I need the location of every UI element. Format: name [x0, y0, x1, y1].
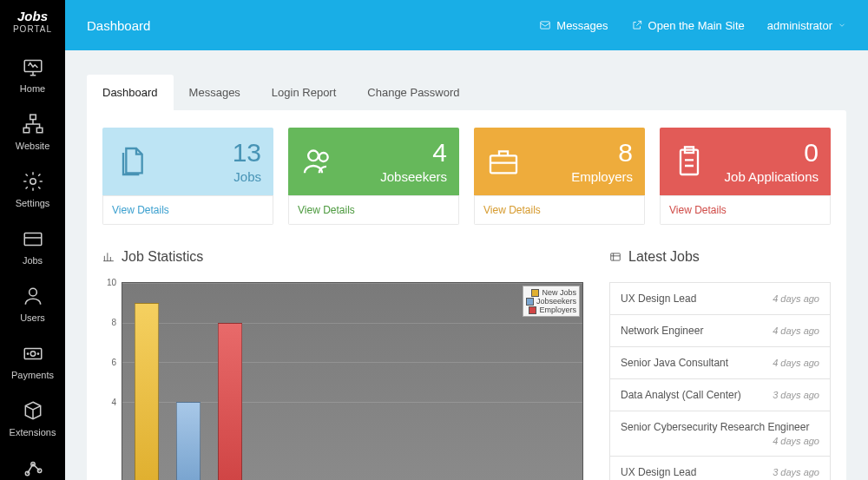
nav-payments[interactable]: Payments [0, 332, 65, 390]
briefcase-icon [486, 144, 521, 179]
svg-point-9 [27, 353, 28, 354]
svg-rect-20 [611, 253, 621, 260]
nav-more[interactable] [0, 447, 65, 479]
job-row[interactable]: Data Analyst (Call Center)3 days ago [609, 379, 831, 411]
user-icon [22, 285, 44, 307]
tab-messages[interactable]: Messages [174, 75, 256, 110]
tab-change-password[interactable]: Change Password [352, 75, 475, 110]
job-row[interactable]: UX Design Lead4 days ago [609, 282, 831, 315]
card-employers-details[interactable]: View Details [474, 195, 645, 225]
chart: 10864 New JobsJobseekersEmployers [102, 282, 583, 480]
card-jobs-details[interactable]: View Details [102, 195, 273, 225]
latest-jobs-section: Latest Jobs UX Design Lead4 days agoNetw… [609, 249, 831, 480]
stat-cards: 13Jobs View Details 4Jobseekers View Det… [102, 128, 831, 225]
svg-point-16 [319, 153, 328, 161]
job-row[interactable]: Senior Java Consultant4 days ago [609, 347, 831, 379]
svg-rect-1 [30, 115, 36, 119]
clipboard-icon [672, 144, 707, 179]
nav-users[interactable]: Users [0, 275, 65, 332]
card-applications: 0Job Applications View Details [660, 128, 831, 225]
chart-bar [218, 323, 242, 480]
svg-point-10 [37, 353, 38, 354]
svg-rect-3 [36, 128, 43, 132]
job-time: 3 days ago [773, 467, 819, 477]
nav-home[interactable]: Home [0, 46, 65, 103]
svg-point-15 [308, 151, 319, 161]
topbar-messages[interactable]: Messages [539, 19, 608, 32]
brand-subtitle: PORTAL [0, 24, 65, 34]
svg-point-4 [30, 179, 36, 185]
svg-point-6 [29, 288, 36, 296]
brand: Jobs PORTAL [0, 0, 65, 46]
external-icon [631, 19, 643, 31]
chart-bar [135, 303, 159, 480]
svg-rect-14 [541, 22, 550, 29]
monitor-icon [22, 56, 44, 78]
money-icon [22, 342, 44, 365]
nav-website[interactable]: Website [0, 103, 65, 161]
job-title: UX Design Lead [621, 293, 696, 305]
svg-rect-2 [23, 128, 30, 132]
page-title: Dashboard [87, 18, 150, 33]
tab-login-report[interactable]: Login Report [256, 75, 352, 110]
job-time: 3 days ago [773, 390, 819, 400]
chart-bar [176, 402, 201, 480]
svg-point-8 [30, 352, 35, 356]
card-jobseekers-details[interactable]: View Details [288, 195, 459, 225]
users-icon [300, 144, 335, 179]
job-title: Network Engineer [621, 325, 703, 337]
panel: 13Jobs View Details 4Jobseekers View Det… [87, 110, 846, 480]
card-jobs: 13Jobs View Details [102, 128, 273, 225]
job-title: Senior Cybersecurity Research Engineer [621, 421, 809, 433]
tabs: Dashboard Messages Login Report Change P… [87, 75, 846, 110]
job-time: 4 days ago [773, 436, 819, 446]
topbar: Dashboard Messages Open the Main Site ad… [65, 0, 868, 50]
chart-title: Job Statistics [102, 249, 583, 265]
svg-rect-17 [490, 155, 516, 173]
job-row[interactable]: Network Engineer4 days ago [609, 315, 831, 347]
job-time: 4 days ago [773, 293, 819, 304]
main: Dashboard Messages Open the Main Site ad… [65, 0, 868, 480]
svg-rect-5 [24, 233, 42, 246]
sidebar: Jobs PORTAL Home Website Settings Jobs U… [0, 0, 65, 480]
card-applications-details[interactable]: View Details [660, 195, 831, 225]
topbar-user-menu[interactable]: administrator [767, 19, 846, 32]
sitemap-icon [22, 113, 44, 135]
job-row[interactable]: UX Design Lead3 days ago [609, 457, 831, 480]
chart-section: Job Statistics 10864 New JobsJobseekersE… [102, 249, 583, 480]
document-icon [115, 144, 149, 179]
job-title: Senior Java Consultant [621, 357, 728, 369]
job-row[interactable]: Senior Cybersecurity Research Engineer4 … [609, 411, 831, 457]
chevron-down-icon [838, 21, 846, 30]
tab-dashboard[interactable]: Dashboard [87, 75, 174, 110]
job-time: 4 days ago [773, 358, 819, 368]
card-employers: 8Employers View Details [474, 128, 645, 225]
nav-extensions[interactable]: Extensions [0, 390, 65, 447]
job-title: UX Design Lead [621, 466, 696, 478]
latest-jobs-title: Latest Jobs [609, 249, 831, 265]
card-icon [22, 227, 44, 250]
nav-settings[interactable]: Settings [0, 161, 65, 218]
job-time: 4 days ago [773, 325, 819, 336]
share-icon [22, 457, 44, 479]
job-title: Data Analyst (Call Center) [621, 389, 741, 401]
gear-icon [22, 170, 44, 193]
jobs-list: UX Design Lead4 days agoNetwork Engineer… [609, 282, 831, 480]
message-icon [539, 19, 551, 31]
bar-chart-icon [102, 251, 115, 263]
nav-jobs[interactable]: Jobs [0, 218, 65, 275]
topbar-open-site[interactable]: Open the Main Site [631, 19, 745, 32]
brand-title: Jobs [0, 9, 65, 23]
list-icon [609, 251, 621, 263]
card-jobseekers: 4Jobseekers View Details [288, 128, 459, 225]
content: Dashboard Messages Login Report Change P… [65, 50, 868, 480]
box-icon [22, 399, 44, 422]
